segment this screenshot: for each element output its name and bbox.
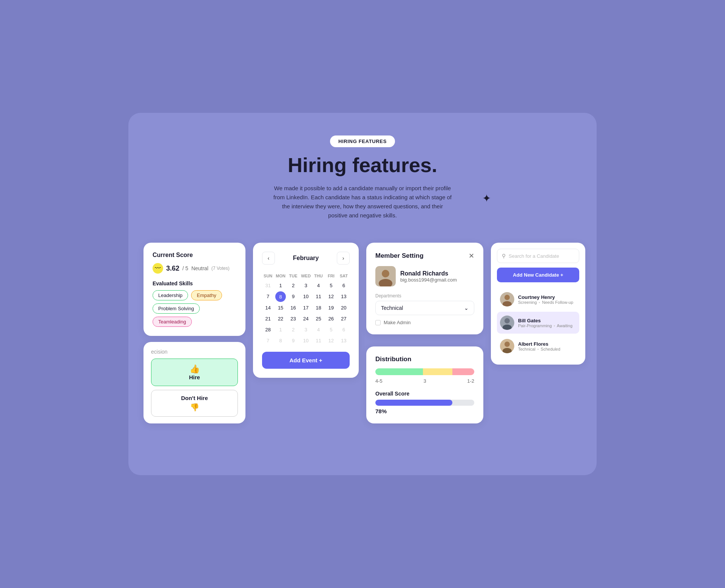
day-header-tue: TUE [287, 272, 299, 280]
candidate-item-bill[interactable]: Bill Gates Pair-Programming • Awaiting [497, 312, 579, 334]
cal-day[interactable]: 1 [275, 325, 286, 335]
cal-day[interactable]: 10 [300, 336, 312, 346]
score-number: 3.62 [166, 265, 179, 272]
cal-day[interactable]: 13 [338, 291, 350, 302]
cal-day-today[interactable]: 8 [275, 291, 286, 302]
cal-day[interactable]: 4 [313, 280, 324, 291]
middle-right-column: Member Setting ✕ Ronald Richards big.bos… [366, 243, 483, 423]
candidate-info-bill: Bill Gates Pair-Programming • Awaiting [518, 318, 572, 328]
member-name: Ronald Richards [400, 270, 457, 277]
distribution-bar [375, 368, 474, 375]
section-badge: HIRING FEATURES [330, 135, 395, 147]
cal-day[interactable]: 18 [313, 303, 324, 313]
make-admin-label: Make Admin [384, 320, 411, 325]
cal-day[interactable]: 8 [275, 336, 286, 346]
decision-label: ecision [151, 349, 238, 355]
departments-label: Departments [375, 293, 474, 299]
calendar-month: February [293, 255, 319, 262]
overall-score-pct: 78% [375, 408, 474, 414]
dist-segment-high [375, 368, 423, 375]
cal-day[interactable]: 21 [262, 314, 274, 324]
candidates-card: ⚲ Search for a Candidate Add New Candida… [491, 243, 585, 365]
member-info: Ronald Richards big.boss1994@gmail.com [375, 266, 474, 286]
calendar-next-button[interactable]: › [337, 252, 350, 265]
cal-day[interactable]: 12 [325, 291, 337, 302]
candidate-name-bill: Bill Gates [518, 318, 572, 323]
candidate-status-courtney: Screening • Needs Follow-up [518, 300, 573, 305]
cal-day[interactable]: 26 [325, 314, 337, 324]
cal-day[interactable]: 5 [325, 325, 337, 335]
search-icon: ⚲ [502, 253, 506, 259]
cal-day[interactable]: 7 [262, 291, 274, 302]
cal-day[interactable]: 14 [262, 303, 274, 313]
sparkle-decoration: ✦ [482, 192, 491, 205]
skill-problem-solving: Problem Solving [153, 303, 200, 314]
cal-day[interactable]: 3 [300, 280, 312, 291]
cal-day[interactable]: 6 [338, 325, 350, 335]
cal-day[interactable]: 5 [325, 280, 337, 291]
dont-hire-button[interactable]: Don't Hire 👎 [151, 390, 238, 417]
skill-teamleading: Teamleading [153, 317, 192, 327]
add-event-button[interactable]: Add Event + [262, 352, 350, 369]
page-header: HIRING FEATURES Hiring features. We made… [143, 135, 582, 220]
cal-day[interactable]: 9 [287, 336, 299, 346]
overall-score-fill [375, 400, 452, 406]
calendar-prev-button[interactable]: ‹ [262, 252, 275, 265]
cal-day[interactable]: 19 [325, 303, 337, 313]
svg-point-1 [382, 270, 389, 277]
close-button[interactable]: ✕ [469, 252, 474, 260]
cal-day[interactable]: 15 [275, 303, 286, 313]
cal-day[interactable]: 7 [262, 336, 274, 346]
make-admin-checkbox[interactable] [375, 320, 381, 325]
decision-card: ecision 👍 Hire Don't Hire 👎 [143, 342, 245, 423]
member-email: big.boss1994@gmail.com [400, 277, 457, 283]
current-score-panel: Current Score 〰 3.62 / 5 Neutral (7 Vote… [143, 243, 245, 336]
distribution-card: Distribution 4-5 3 1-2 Overall Score 78% [366, 346, 483, 423]
dont-hire-label: Don't Hire [156, 395, 233, 401]
add-candidate-button[interactable]: Add New Candidate + [497, 268, 579, 282]
cal-day[interactable]: 13 [338, 336, 350, 346]
cal-day[interactable]: 16 [287, 303, 299, 313]
search-placeholder: Search for a Candidate [509, 253, 559, 259]
department-value: Technical [381, 305, 403, 311]
cal-day[interactable]: 27 [338, 314, 350, 324]
dist-label-low: 1-2 [467, 378, 474, 384]
cal-day[interactable]: 28 [262, 325, 274, 335]
dist-segment-low [452, 368, 474, 375]
cal-day[interactable]: 1 [275, 280, 286, 291]
day-header-thu: THU [313, 272, 324, 280]
calendar-card: ‹ February › SUN MON TUE WED THU FRI SAT… [253, 243, 359, 378]
distribution-title: Distribution [375, 356, 474, 363]
cal-day[interactable]: 25 [313, 314, 324, 324]
cal-day[interactable]: 10 [300, 291, 312, 302]
cal-day[interactable]: 11 [313, 336, 324, 346]
score-neutral-label: Neutral [191, 265, 208, 271]
skill-leadership: Leadership [153, 290, 188, 300]
cal-day[interactable]: 23 [287, 314, 299, 324]
cal-day[interactable]: 31 [262, 280, 274, 291]
candidate-item-albert[interactable]: Albert Flores Technical • Scheduled [497, 335, 579, 357]
cal-day[interactable]: 6 [338, 280, 350, 291]
cal-day[interactable]: 9 [287, 291, 299, 302]
search-box[interactable]: ⚲ Search for a Candidate [497, 249, 579, 263]
current-score-title: Current Score [153, 252, 236, 259]
cal-day[interactable]: 20 [338, 303, 350, 313]
candidate-info-albert: Albert Flores Technical • Scheduled [518, 341, 560, 351]
cal-day[interactable]: 22 [275, 314, 286, 324]
dist-label-mid: 3 [423, 378, 426, 384]
cal-day[interactable]: 24 [300, 314, 312, 324]
cal-day[interactable]: 4 [313, 325, 324, 335]
candidate-status-albert: Technical • Scheduled [518, 347, 560, 351]
cal-day[interactable]: 3 [300, 325, 312, 335]
candidate-name-courtney: Courtney Henry [518, 294, 573, 300]
cal-day[interactable]: 2 [287, 280, 299, 291]
distribution-labels: 4-5 3 1-2 [375, 378, 474, 384]
department-select[interactable]: Technical ⌄ [375, 301, 474, 315]
candidate-name-albert: Albert Flores [518, 341, 560, 347]
cal-day[interactable]: 11 [313, 291, 324, 302]
cal-day[interactable]: 2 [287, 325, 299, 335]
cal-day[interactable]: 17 [300, 303, 312, 313]
hire-button[interactable]: 👍 Hire [151, 359, 238, 386]
candidate-item-courtney[interactable]: Courtney Henry Screening • Needs Follow-… [497, 288, 579, 310]
cal-day[interactable]: 12 [325, 336, 337, 346]
